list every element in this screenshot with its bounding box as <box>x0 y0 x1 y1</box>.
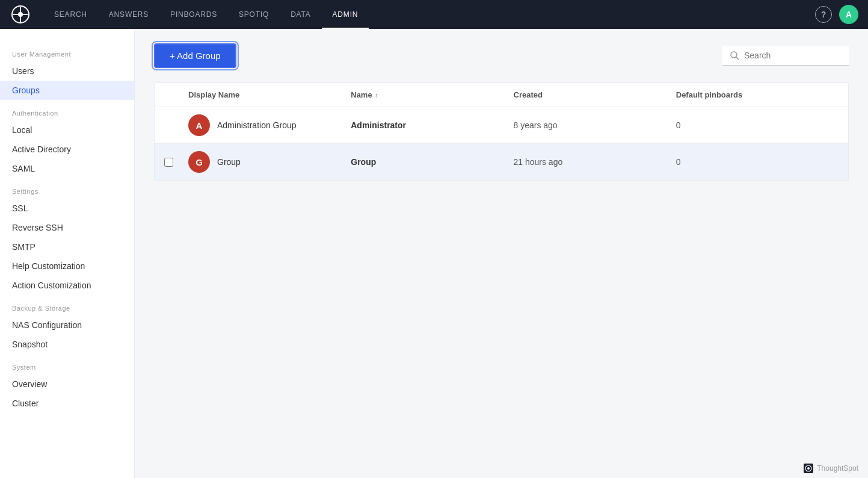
row-default-pinboards: 0 <box>676 157 839 167</box>
search-icon <box>730 51 739 60</box>
sidebar-item-groups[interactable]: Groups <box>0 81 134 100</box>
header-default-pinboards[interactable]: Default pinboards <box>676 90 839 99</box>
section-label-authentication: Authentication <box>0 100 134 120</box>
header-checkbox-col <box>164 90 188 99</box>
nav-answers[interactable]: ANSWERS <box>98 0 159 29</box>
content-area: + Add Group Display Name Name ↑ Created … <box>135 29 868 478</box>
logo[interactable] <box>10 4 31 25</box>
section-label-system: System <box>0 354 134 374</box>
nav-data[interactable]: DATA <box>280 0 321 29</box>
section-label-user-management: User Management <box>0 41 134 61</box>
row-display-name: G Group <box>188 151 351 173</box>
section-label-settings: Settings <box>0 178 134 199</box>
row-name: Administrator <box>351 120 513 130</box>
nav-spotiq[interactable]: SPOTIQ <box>228 0 280 29</box>
sidebar-item-active-directory[interactable]: Active Directory <box>0 140 134 159</box>
sidebar: User Management Users Groups Authenticat… <box>0 29 135 478</box>
footer-logo-icon <box>804 464 813 473</box>
top-nav: SEARCH ANSWERS PINBOARDS SPOTIQ DATA ADM… <box>0 0 868 29</box>
row-name: Group <box>351 157 513 167</box>
help-button[interactable]: ? <box>815 6 832 23</box>
sidebar-item-cluster[interactable]: Cluster <box>0 394 134 413</box>
search-box <box>722 46 849 66</box>
row-checkbox-col[interactable] <box>164 158 188 167</box>
svg-point-8 <box>807 467 810 470</box>
footer: ThoughtSpot <box>794 459 868 478</box>
search-input[interactable] <box>744 51 842 60</box>
nav-right: ? A <box>815 5 858 24</box>
svg-point-3 <box>18 12 23 17</box>
sidebar-item-ssl[interactable]: SSL <box>0 199 134 218</box>
sidebar-item-help-customization[interactable]: Help Customization <box>0 256 134 276</box>
main-layout: User Management Users Groups Authenticat… <box>0 29 868 478</box>
header-display-name[interactable]: Display Name <box>188 90 351 99</box>
add-group-button[interactable]: + Add Group <box>154 43 236 68</box>
sidebar-item-smtp[interactable]: SMTP <box>0 237 134 256</box>
sidebar-item-action-customization[interactable]: Action Customization <box>0 276 134 295</box>
sort-arrow-name: ↑ <box>375 92 378 99</box>
toolbar: + Add Group <box>154 43 849 68</box>
header-created[interactable]: Created <box>514 90 676 99</box>
row-created: 8 years ago <box>514 120 676 130</box>
sidebar-item-reverse-ssh[interactable]: Reverse SSH <box>0 218 134 237</box>
nav-search[interactable]: SEARCH <box>43 0 98 29</box>
sidebar-item-nas-configuration[interactable]: NAS Configuration <box>0 315 134 335</box>
avatar: A <box>188 114 210 136</box>
avatar: G <box>188 151 210 173</box>
nav-items: SEARCH ANSWERS PINBOARDS SPOTIQ DATA ADM… <box>43 0 815 29</box>
header-name[interactable]: Name ↑ <box>351 90 513 99</box>
footer-logo-text: ThoughtSpot <box>817 464 858 473</box>
svg-line-5 <box>736 57 739 60</box>
display-name-text: Administration Group <box>217 120 297 130</box>
section-label-backup-storage: Backup & Storage <box>0 295 134 315</box>
sidebar-item-overview[interactable]: Overview <box>0 374 134 394</box>
nav-admin[interactable]: ADMIN <box>322 0 369 29</box>
sidebar-item-snapshot[interactable]: Snapshot <box>0 335 134 354</box>
nav-pinboards[interactable]: PINBOARDS <box>159 0 228 29</box>
sidebar-item-saml[interactable]: SAML <box>0 159 134 178</box>
sidebar-item-local[interactable]: Local <box>0 120 134 140</box>
row-display-name: A Administration Group <box>188 114 351 136</box>
groups-table: Display Name Name ↑ Created Default pinb… <box>154 82 849 181</box>
row-default-pinboards: 0 <box>676 120 839 130</box>
row-created: 21 hours ago <box>514 157 676 167</box>
table-row[interactable]: G Group Group 21 hours ago 0 <box>155 144 848 180</box>
display-name-text: Group <box>217 157 241 167</box>
row-checkbox[interactable] <box>164 158 173 167</box>
sidebar-item-users[interactable]: Users <box>0 61 134 81</box>
table-row[interactable]: A Administration Group Administrator 8 y… <box>155 107 848 144</box>
user-avatar[interactable]: A <box>839 5 858 24</box>
table-header: Display Name Name ↑ Created Default pinb… <box>155 83 848 107</box>
